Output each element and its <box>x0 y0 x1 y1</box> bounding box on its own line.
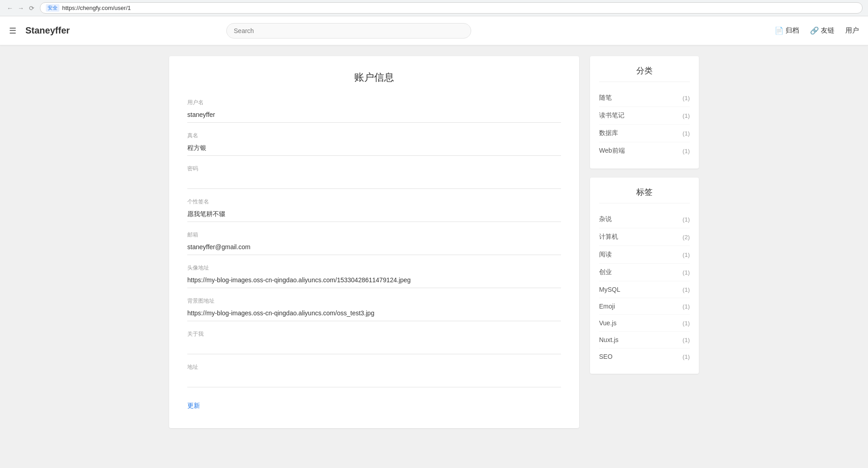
form-field: 邮箱staneyffer@gmail.com <box>187 231 561 255</box>
field-value[interactable]: 程方银 <box>187 141 561 156</box>
tag-item[interactable]: Emoji(1) <box>599 298 690 315</box>
form-field: 地址 <box>187 363 561 387</box>
field-value[interactable]: 愿我笔耕不辍 <box>187 207 561 222</box>
forward-button[interactable]: → <box>16 4 25 13</box>
field-value[interactable] <box>187 340 561 354</box>
tag-item[interactable]: 杂说(1) <box>599 211 690 228</box>
form-field: 真名程方银 <box>187 132 561 156</box>
tag-label: SEO <box>599 353 613 360</box>
reload-button[interactable]: ⟳ <box>27 4 36 13</box>
account-title: 账户信息 <box>187 71 561 84</box>
tag-label: 阅读 <box>599 251 612 259</box>
address-bar[interactable]: 安全 https://chengfy.com/user/1 <box>40 2 863 14</box>
update-button-container: 更新 <box>187 387 561 410</box>
category-item[interactable]: 读书笔记(1) <box>599 107 690 125</box>
tag-count: (1) <box>683 337 690 343</box>
search-input[interactable] <box>226 23 471 39</box>
category-count: (1) <box>683 95 690 101</box>
tag-count: (1) <box>683 216 690 223</box>
nav-links-label: 友链 <box>821 26 834 35</box>
tag-item[interactable]: Nuxt.js(1) <box>599 332 690 348</box>
field-value[interactable] <box>187 373 561 387</box>
field-label: 邮箱 <box>187 231 561 239</box>
form-field: 头像地址https://my-blog-images.oss-cn-qingda… <box>187 264 561 288</box>
categories-title: 分类 <box>599 65 690 82</box>
categories-section: 分类 随笔(1)读书笔记(1)数据库(1)Web前端(1) <box>590 56 699 169</box>
field-label: 背景图地址 <box>187 297 561 305</box>
tag-count: (1) <box>683 353 690 360</box>
field-label: 地址 <box>187 363 561 371</box>
tag-label: MySQL <box>599 286 620 293</box>
field-label: 头像地址 <box>187 264 561 272</box>
form-field: 背景图地址https://my-blog-images.oss-cn-qingd… <box>187 297 561 321</box>
archive-icon: 📄 <box>775 26 784 35</box>
categories-list: 随笔(1)读书笔记(1)数据库(1)Web前端(1) <box>599 89 690 159</box>
account-card: 账户信息 用户名staneyffer真名程方银密码个性签名愿我笔耕不辍邮箱sta… <box>169 56 579 428</box>
category-count: (1) <box>683 112 690 119</box>
tag-label: Vue.js <box>599 319 616 327</box>
nav-archive[interactable]: 📄 归档 <box>775 26 799 35</box>
field-label: 个性签名 <box>187 198 561 206</box>
nav-user-label: 用户 <box>845 26 859 35</box>
tag-count: (1) <box>683 286 690 293</box>
tag-item[interactable]: 阅读(1) <box>599 246 690 264</box>
app-header: ☰ Staneyffer 📄 归档 🔗 友链 用户 <box>0 16 868 45</box>
tag-item[interactable]: 创业(1) <box>599 264 690 281</box>
field-value[interactable] <box>187 174 561 189</box>
sidebar: 分类 随笔(1)读书笔记(1)数据库(1)Web前端(1) 标签 杂说(1)计算… <box>590 56 699 383</box>
category-item[interactable]: 数据库(1) <box>599 125 690 142</box>
app-logo[interactable]: Staneyffer <box>25 25 70 36</box>
category-count: (1) <box>683 130 690 137</box>
category-label: 读书笔记 <box>599 111 624 120</box>
tag-item[interactable]: SEO(1) <box>599 348 690 365</box>
tag-count: (1) <box>683 251 690 258</box>
tags-list: 杂说(1)计算机(2)阅读(1)创业(1)MySQL(1)Emoji(1)Vue… <box>599 211 690 365</box>
account-form: 用户名staneyffer真名程方银密码个性签名愿我笔耕不辍邮箱staneyff… <box>187 99 561 387</box>
form-field: 关于我 <box>187 330 561 354</box>
back-button[interactable]: ← <box>5 4 15 13</box>
tag-count: (1) <box>683 320 690 327</box>
tag-label: Emoji <box>599 303 615 310</box>
hamburger-icon[interactable]: ☰ <box>9 26 16 36</box>
field-label: 真名 <box>187 132 561 140</box>
category-count: (1) <box>683 148 690 154</box>
form-field: 个性签名愿我笔耕不辍 <box>187 198 561 222</box>
tag-item[interactable]: Vue.js(1) <box>599 315 690 332</box>
tag-item[interactable]: 计算机(2) <box>599 228 690 246</box>
tag-count: (1) <box>683 303 690 310</box>
form-field: 用户名staneyffer <box>187 99 561 123</box>
tag-label: Nuxt.js <box>599 336 619 343</box>
field-value[interactable]: https://my-blog-images.oss-cn-qingdao.al… <box>187 274 561 288</box>
nav-archive-label: 归档 <box>785 26 799 35</box>
tag-count: (2) <box>683 234 690 241</box>
url-text: https://chengfy.com/user/1 <box>62 5 131 11</box>
field-label: 用户名 <box>187 99 561 106</box>
nav-user[interactable]: 用户 <box>845 26 859 35</box>
tag-count: (1) <box>683 269 690 276</box>
field-value[interactable]: https://my-blog-images.oss-cn-qingdao.al… <box>187 307 561 321</box>
header-nav: 📄 归档 🔗 友链 用户 <box>775 26 859 35</box>
form-field: 密码 <box>187 165 561 189</box>
category-label: 数据库 <box>599 129 618 137</box>
field-label: 关于我 <box>187 330 561 338</box>
field-label: 密码 <box>187 165 561 173</box>
tag-label: 计算机 <box>599 233 618 241</box>
tag-label: 创业 <box>599 268 612 276</box>
category-item[interactable]: 随笔(1) <box>599 89 690 107</box>
tag-item[interactable]: MySQL(1) <box>599 281 690 298</box>
category-label: Web前端 <box>599 147 625 155</box>
update-button[interactable]: 更新 <box>187 402 200 410</box>
links-icon: 🔗 <box>810 26 819 35</box>
main-container: 账户信息 用户名staneyffer真名程方银密码个性签名愿我笔耕不辍邮箱sta… <box>162 56 706 428</box>
category-item[interactable]: Web前端(1) <box>599 142 690 159</box>
secure-badge: 安全 <box>46 4 59 12</box>
tags-title: 标签 <box>599 187 690 203</box>
browser-chrome: ← → ⟳ 安全 https://chengfy.com/user/1 <box>0 0 868 16</box>
field-value[interactable]: staneyffer@gmail.com <box>187 241 561 255</box>
tags-section: 标签 杂说(1)计算机(2)阅读(1)创业(1)MySQL(1)Emoji(1)… <box>590 178 699 374</box>
category-label: 随笔 <box>599 94 612 102</box>
field-value[interactable]: staneyffer <box>187 108 561 123</box>
nav-links[interactable]: 🔗 友链 <box>810 26 834 35</box>
tag-label: 杂说 <box>599 215 612 223</box>
search-container <box>226 23 471 39</box>
